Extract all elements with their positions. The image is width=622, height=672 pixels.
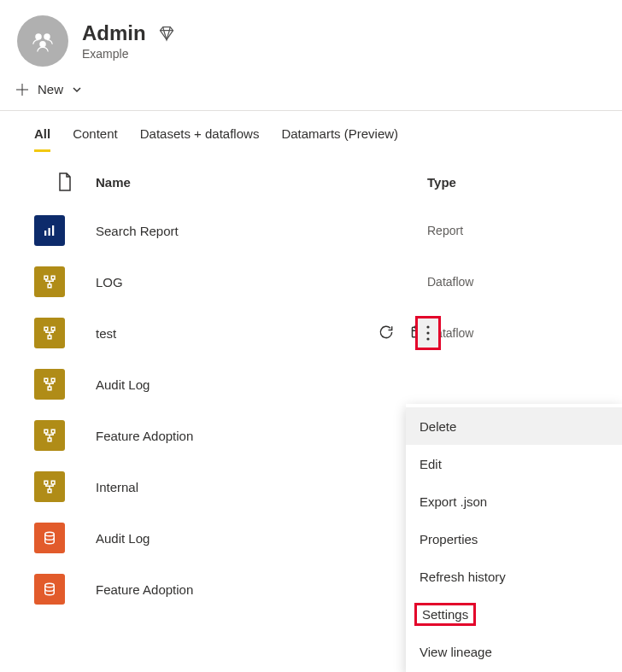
table-row[interactable]: LOGDataflow bbox=[0, 256, 622, 307]
workspace-header: Admin Example bbox=[0, 0, 622, 75]
menu-item-refresh-history[interactable]: Refresh history bbox=[406, 558, 622, 595]
svg-point-13 bbox=[426, 331, 429, 334]
menu-item-settings[interactable]: Settings bbox=[406, 595, 622, 633]
report-icon bbox=[34, 215, 65, 246]
table-row[interactable]: Audit Log bbox=[0, 359, 622, 410]
column-name-header[interactable]: Name bbox=[96, 175, 427, 190]
file-icon bbox=[57, 172, 73, 191]
item-name[interactable]: Feature Adoption bbox=[96, 429, 427, 443]
item-name[interactable]: Audit Log bbox=[96, 531, 427, 546]
tab-datamarts[interactable]: Datamarts (Preview) bbox=[281, 126, 398, 152]
item-name[interactable]: LOG bbox=[96, 275, 427, 289]
tab-datasets-dataflows[interactable]: Datasets + dataflows bbox=[140, 126, 260, 152]
premium-diamond-icon bbox=[158, 25, 175, 42]
menu-item-properties[interactable]: Properties bbox=[406, 520, 622, 558]
dataflow-icon bbox=[34, 318, 65, 348]
svg-point-9 bbox=[39, 41, 46, 48]
toolbar: New bbox=[0, 75, 622, 111]
dataflow-icon bbox=[34, 369, 65, 400]
item-type: Dataflow bbox=[427, 275, 588, 289]
workspace-title: Admin bbox=[82, 21, 146, 45]
item-name[interactable]: Internal bbox=[96, 480, 427, 494]
context-menu: Delete Edit Export .json Properties Refr… bbox=[406, 404, 622, 672]
svg-point-7 bbox=[35, 33, 42, 40]
table-row[interactable]: Search ReportReport bbox=[0, 205, 622, 256]
menu-item-view-lineage[interactable]: View lineage bbox=[406, 633, 622, 670]
table-header: Name Type bbox=[0, 152, 622, 205]
item-name[interactable]: Feature Adoption bbox=[96, 582, 427, 597]
menu-item-delete[interactable]: Delete bbox=[406, 407, 622, 445]
workspace-subtitle: Example bbox=[82, 47, 175, 61]
table-row[interactable]: testDataflow bbox=[0, 307, 622, 359]
tab-all[interactable]: All bbox=[34, 126, 50, 152]
dataflow-icon bbox=[34, 420, 65, 451]
menu-item-export-json[interactable]: Export .json bbox=[406, 482, 622, 520]
item-type: Report bbox=[427, 224, 588, 237]
svg-point-8 bbox=[44, 33, 50, 40]
refresh-now-button[interactable] bbox=[378, 324, 395, 343]
new-button[interactable]: New bbox=[15, 82, 82, 96]
more-options-button[interactable] bbox=[415, 316, 441, 350]
dataset-icon bbox=[34, 574, 65, 605]
svg-point-12 bbox=[426, 325, 429, 328]
plus-icon bbox=[15, 83, 29, 96]
svg-point-14 bbox=[426, 337, 429, 340]
tab-content[interactable]: Content bbox=[73, 126, 118, 152]
new-button-label: New bbox=[38, 82, 63, 96]
chevron-down-icon bbox=[72, 85, 82, 95]
dataflow-icon bbox=[34, 266, 65, 297]
dataflow-icon bbox=[34, 471, 65, 502]
menu-item-edit[interactable]: Edit bbox=[406, 445, 622, 482]
item-type: Dataflow bbox=[427, 326, 588, 340]
item-name[interactable]: Search Report bbox=[96, 224, 427, 238]
tabs-bar: All Content Datasets + dataflows Datamar… bbox=[0, 111, 622, 152]
column-type-header[interactable]: Type bbox=[427, 175, 588, 190]
dataset-icon bbox=[34, 523, 65, 553]
workspace-avatar bbox=[17, 15, 68, 67]
item-name[interactable]: Audit Log bbox=[96, 377, 427, 392]
